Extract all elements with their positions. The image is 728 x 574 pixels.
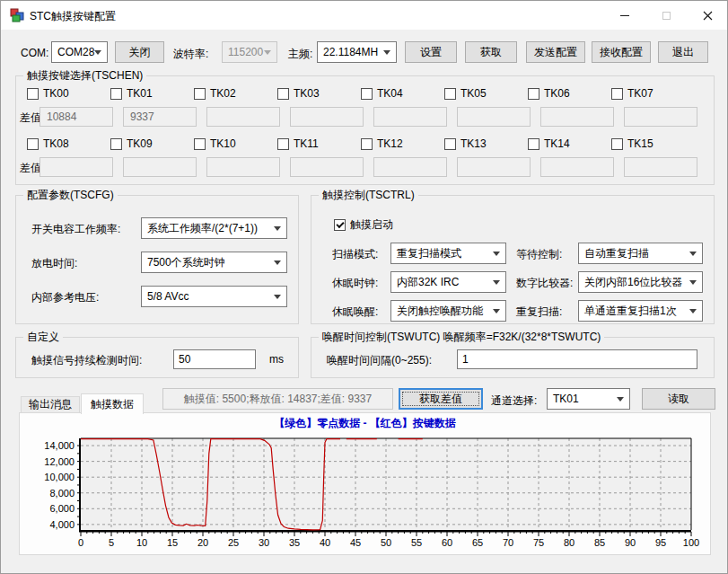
tk08-checkbox[interactable]: TK08	[27, 137, 69, 150]
discharge-time-select[interactable]: 7500个系统时钟	[141, 252, 287, 273]
sleep-wake-select[interactable]: 关闭触控唤醒功能	[390, 300, 506, 322]
diff-field-tk00[interactable]: 10884	[39, 107, 113, 127]
diff-field-tk01[interactable]: 9337	[123, 107, 197, 127]
tab-output-messages[interactable]: 输出消息	[21, 396, 80, 413]
tk10-checkbox[interactable]: TK10	[194, 137, 236, 150]
tk03-checkbox[interactable]: TK03	[277, 87, 320, 100]
tab-touch-data[interactable]: 触摸数据	[81, 393, 144, 414]
x-tick-label: 10	[136, 537, 147, 548]
diff-field-tk12[interactable]	[373, 157, 447, 177]
diff-field-tk03[interactable]	[290, 107, 364, 127]
custom-group: 自定义 触摸信号持续检测时间: ms	[15, 337, 299, 378]
diff-field-tk09[interactable]	[123, 157, 197, 177]
tsctrl-group: 触摸控制(TSCTRL) 触摸启动 扫描模式: 重复扫描模式 等待控制: 自动重…	[311, 195, 715, 324]
titlebar: STC触摸按键配置	[1, 1, 727, 30]
read-button[interactable]: 读取	[642, 388, 715, 410]
diff-field-tk02[interactable]	[206, 107, 280, 127]
sleep-wake-label: 休眠唤醒:	[332, 305, 378, 320]
x-tick-label: 85	[594, 537, 605, 548]
exit-button[interactable]: 退出	[658, 41, 708, 63]
x-tick-label: 55	[411, 537, 422, 548]
y-tick-label: 12,000	[44, 456, 75, 467]
tk12-checkbox[interactable]: TK12	[361, 137, 403, 150]
x-tick-label: 90	[625, 537, 636, 548]
checkbox-icon	[611, 138, 623, 150]
x-tick-label: 95	[655, 537, 666, 548]
tk02-checkbox[interactable]: TK02	[194, 87, 236, 100]
sleep-clock-label: 休眠时钟:	[332, 276, 378, 291]
switch-cap-freq-select[interactable]: 系统工作频率/(2*(7+1))	[141, 217, 287, 239]
diff-field-tk08[interactable]	[39, 157, 113, 177]
channel-select-label: 通道选择:	[491, 393, 537, 409]
diff-field-tk05[interactable]	[457, 107, 531, 127]
com-port-select[interactable]: COM28	[51, 41, 108, 63]
tk13-checkbox[interactable]: TK13	[444, 137, 487, 150]
switch-cap-freq-label: 开关电容工作频率:	[31, 222, 120, 237]
ref-voltage-label: 内部参考电压:	[31, 290, 99, 305]
tk01-checkbox[interactable]: TK01	[110, 87, 153, 100]
scan-mode-select[interactable]: 重复扫描模式	[390, 243, 506, 264]
x-axis	[79, 530, 691, 533]
close-icon	[703, 11, 713, 21]
y-tick-label: 4,000	[49, 519, 75, 530]
x-tick-label: 70	[503, 537, 513, 548]
get-diff-button[interactable]: 获取差值	[399, 388, 483, 410]
tscfg-group: 配置参数(TSCFG) 开关电容工作频率: 系统工作频率/(2*(7+1)) 放…	[15, 195, 299, 324]
y-tick-label: 6,000	[49, 503, 75, 514]
x-tick-label: 75	[533, 537, 544, 548]
chevron-down-icon	[689, 280, 697, 285]
freq-select[interactable]: 22.1184MH	[317, 41, 397, 63]
baud-select[interactable]: 115200	[222, 41, 277, 63]
x-tick-label: 50	[381, 537, 391, 548]
diff-field-tk10[interactable]	[206, 157, 280, 177]
diff-field-tk04[interactable]	[373, 107, 447, 127]
minimize-button[interactable]	[604, 1, 645, 30]
x-tick-label: 20	[197, 537, 208, 548]
diff-field-tk11[interactable]	[290, 157, 364, 177]
channel-select[interactable]: TK01	[547, 388, 630, 410]
diff-field-tk06[interactable]	[540, 107, 614, 127]
tk11-checkbox[interactable]: TK11	[277, 137, 319, 150]
repeat-scan-label: 重复扫描:	[516, 305, 562, 320]
tk05-checkbox[interactable]: TK05	[444, 87, 487, 100]
diff-field-tk07[interactable]	[624, 107, 697, 127]
discharge-time-label: 放电时间:	[31, 256, 77, 271]
x-tick-label: 45	[350, 537, 361, 548]
tk06-checkbox[interactable]: TK06	[528, 87, 570, 100]
x-tick-label: 15	[167, 537, 178, 548]
comparator-select[interactable]: 关闭内部16位比较器	[578, 271, 703, 293]
com-close-button[interactable]: 关闭	[115, 41, 164, 63]
settings-button[interactable]: 设置	[405, 41, 457, 63]
sleep-clock-select[interactable]: 内部32K IRC	[390, 271, 506, 293]
scan-mode-label: 扫描模式:	[332, 247, 378, 262]
get-button[interactable]: 获取	[465, 41, 517, 63]
tk00-checkbox[interactable]: TK00	[27, 87, 69, 100]
window-title: STC触摸按键配置	[30, 9, 116, 24]
repeat-scan-select[interactable]: 单通道重复扫描1次	[578, 300, 703, 322]
detect-time-input[interactable]	[173, 349, 256, 369]
chevron-down-icon	[274, 261, 281, 265]
diff-field-tk15[interactable]	[624, 157, 697, 177]
baud-label: 波特率:	[173, 47, 208, 62]
tk09-checkbox[interactable]: TK09	[110, 137, 153, 150]
touch-enable-checkbox[interactable]: 触摸启动	[334, 217, 393, 233]
receive-config-button[interactable]: 接收配置	[592, 41, 651, 63]
checkbox-icon	[27, 138, 39, 150]
diff-field-tk14[interactable]	[540, 157, 614, 177]
checkbox-icon	[444, 138, 456, 150]
tk07-checkbox[interactable]: TK07	[611, 87, 653, 100]
close-button[interactable]	[687, 1, 728, 30]
tk15-checkbox[interactable]: TK15	[611, 137, 653, 150]
send-config-button[interactable]: 发送配置	[526, 41, 585, 63]
touch-data-panel: 【绿色】零点数据 - 【红色】按键数据 4,0006,0008,00010,00…	[19, 412, 711, 555]
tk04-checkbox[interactable]: TK04	[361, 87, 403, 100]
wake-interval-input[interactable]	[457, 349, 697, 369]
maximize-button[interactable]	[645, 1, 687, 30]
diff-field-tk13[interactable]	[457, 157, 531, 177]
tswutc-group: 唤醒时间控制(TSWUTC) 唤醒频率=F32K/(32*8*TSWUTC) 唤…	[311, 337, 715, 378]
ref-voltage-select[interactable]: 5/8 AVcc	[141, 286, 287, 307]
chevron-down-icon	[689, 252, 697, 256]
tk14-checkbox[interactable]: TK14	[528, 137, 570, 150]
wait-control-select[interactable]: 自动重复扫描	[578, 243, 703, 264]
tsctrl-legend: 触摸控制(TSCTRL)	[319, 188, 418, 203]
